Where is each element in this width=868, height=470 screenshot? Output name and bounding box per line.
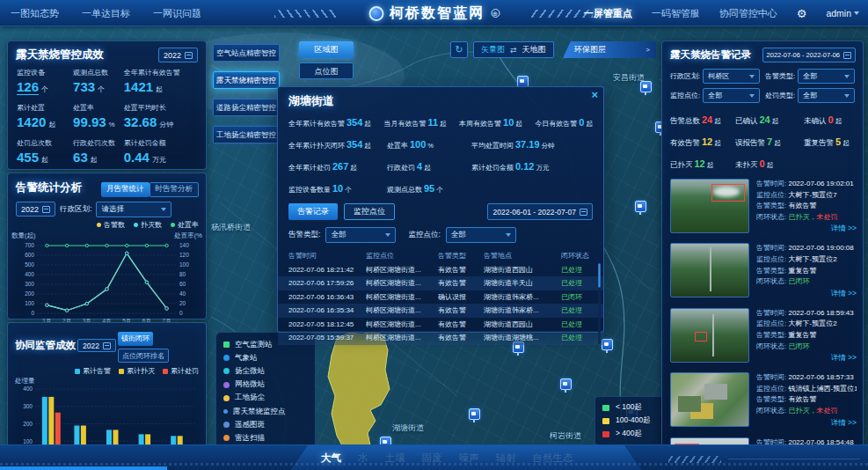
table-row[interactable]: 2022-07-05 18:12:45柯桥区湖塘街道...有效告警湖塘街道西园山… (278, 318, 603, 332)
btn-site-dust-control[interactable]: 工地扬尘精密智控 (213, 126, 280, 143)
header-left-menu: 一图知态势 一单达目标 一网识问题 (11, 0, 201, 26)
legend-item[interactable]: 雷达扫描 (223, 431, 308, 444)
monitor-point-select[interactable]: 全部 (446, 227, 516, 243)
street-detail-popup: × 湖塘街道 全年累计有效告警354起 当月有效告警11起 本周有效告警10起 … (277, 86, 604, 333)
svg-text:400: 400 (25, 271, 34, 277)
series-square-icon (75, 369, 80, 374)
map-street-label: 湖塘街道 (392, 422, 424, 434)
burning-monitor-icon (223, 409, 228, 414)
btn-region-map[interactable]: 区域图 (299, 41, 354, 58)
tab-monthly-alarm[interactable]: 月告警统计 (101, 182, 150, 197)
menu-smart-service[interactable]: 一码智管服 (652, 7, 700, 20)
refresh-icon[interactable]: ↻ (450, 41, 468, 58)
axis-labels: 数量(起) 处置率(% (8, 230, 206, 240)
tab-alarm-records[interactable]: 告警记录 (288, 203, 338, 220)
tab-hourly-alarm[interactable]: 时告警分析 (150, 182, 200, 197)
bar-chart-legend: 累计告警 累计扑灭 累计处罚 (8, 363, 206, 376)
panel-title: 告警统计分析 (16, 180, 82, 195)
legend-item[interactable]: 网格微站 (223, 378, 308, 392)
btn-road-dust-control[interactable]: 道路扬尘精密智控 (213, 99, 280, 116)
camera-pin-icon[interactable] (640, 81, 652, 92)
year-picker[interactable]: 2022 (16, 202, 55, 217)
stat-item: 处置平均时长32.68分钟 (124, 103, 197, 130)
legend-item[interactable]: 扬尘微站 (223, 364, 308, 378)
svg-text:100: 100 (179, 261, 189, 268)
series-dot-icon (171, 223, 175, 227)
close-icon[interactable]: × (591, 88, 598, 101)
alarm-type-select[interactable]: 全部 (325, 227, 396, 243)
gear-icon[interactable]: ⚙ (797, 7, 807, 20)
calendar-icon (103, 342, 111, 349)
popup-stats-row: 全年累计扑灭闭环354起 处置率100% 平均处置时间37.19分钟 (278, 129, 603, 151)
dashboard: 安昌街道 杨汛桥街道 湖塘街道 柯岩街道 空气站点精密智控 露天禁烧精密智控 道… (0, 0, 868, 470)
legend-item[interactable]: 遥感图斑 (223, 418, 308, 431)
table-row[interactable]: 2022-07-06 18:21:42柯桥区湖塘街道...有效告警湖塘街道西园山… (278, 263, 603, 277)
btn-open-burning-control[interactable]: 露天禁烧精密智控 (213, 71, 280, 89)
tab-point-closure-rank[interactable]: 点位闭环排名 (118, 349, 169, 363)
district-select[interactable]: 柯桥区 (703, 69, 760, 84)
year-picker[interactable]: 2022 (158, 48, 198, 62)
weather-station-icon (223, 355, 230, 361)
alarm-card[interactable]: 告警时间: 2022-07-06 19:02:01 监控点位: 大树下-预置位7… (670, 179, 857, 234)
menu-problem-network[interactable]: 一网识问题 (153, 7, 201, 20)
table-row[interactable]: 2022-07-06 16:36:43柯桥区湖塘街道...确认误报湖塘街道韩家桥… (278, 290, 603, 305)
panel-title: 协同监管成效 (15, 339, 76, 352)
table-scrollbar[interactable] (598, 263, 601, 344)
alarm-type-filter-label: 告警类型: (288, 230, 320, 240)
air-monitor-station-icon (223, 341, 230, 348)
btn-point-map[interactable]: 点位图 (299, 62, 354, 79)
table-header: 告警时间监控点位告警类型告警地点闭环状态 (278, 249, 603, 263)
table-row[interactable]: 2022-07-05 15:59:37柯桥区湖塘街道...有效告警湖塘街道湖塘桃… (278, 331, 603, 345)
table-row[interactable]: 2022-07-06 17:59:26柯桥区湖塘街道...有效告警湖塘街道半天山… (278, 276, 603, 290)
menu-control-center[interactable]: 协同管控中心 (719, 7, 777, 20)
menu-target-list[interactable]: 一单达目标 (82, 7, 130, 20)
tab-monitor-points[interactable]: 监控点位 (344, 203, 395, 220)
map-street-label: 柯岩街道 (550, 430, 581, 442)
scrollbar-thumb[interactable] (598, 263, 601, 288)
detail-link[interactable]: 详情 >> (756, 418, 857, 429)
btn-air-station-control[interactable]: 空气站点精密智控 (213, 44, 280, 62)
tianditu-label: 天地图 (522, 44, 546, 55)
env-layers-button[interactable]: 环保图层 > (563, 41, 656, 58)
stat-item: 行政处罚次数63起 (73, 138, 124, 165)
year-picker[interactable]: 2022 (77, 339, 116, 352)
menu-situation-map[interactable]: 一图知态势 (11, 7, 59, 20)
popup-stats-row: 监控设备数量10个 观测点总数95个 (278, 173, 603, 195)
region-filter-label: 行政区划: (60, 204, 91, 215)
penalty-type-select[interactable]: 全部 (798, 88, 855, 103)
legend-item[interactable]: 露天禁烧监控点 (223, 405, 308, 418)
table-row[interactable]: 2022-07-06 16:35:34柯桥区湖塘街道...有效告警湖塘街道韩家桥… (278, 304, 603, 318)
remote-sensing-icon (223, 422, 230, 428)
horizontal-scrollbar-thumb[interactable] (0, 466, 167, 470)
detail-link[interactable]: 详情 >> (756, 353, 857, 364)
map-layer-legend: 空气监测站 气象站 扬尘微站 网格微站 工地扬尘 露天禁烧监控点 遥感图斑 雷达… (215, 332, 316, 450)
alarm-card[interactable]: 告警时间: 2022-07-06 18:59:43 监控点位: 大树下-预置位2… (670, 308, 857, 364)
camera-pin-icon[interactable] (469, 408, 480, 420)
series-dot-icon (134, 223, 138, 227)
menu-screen-focus[interactable]: 一屏管重点 (584, 7, 632, 20)
svg-text:0: 0 (179, 310, 183, 316)
detail-link[interactable]: 详情 >> (756, 289, 857, 299)
detail-link[interactable]: 详情 >> (756, 224, 857, 234)
popup-stats-row: 全年累计有效告警354起 当月有效告警11起 本周有效告警10起 今日有效告警0… (278, 111, 603, 129)
basemap-switch[interactable]: 矢量图 ⇄ 天地图 (473, 41, 554, 58)
stat-item: 观测点总数733个 (73, 68, 124, 95)
alarm-type-select[interactable]: 全部 (798, 69, 855, 84)
series-square-icon (163, 369, 168, 374)
svg-text:100: 100 (23, 438, 33, 444)
date-range-picker[interactable]: 2022-07-06 - 2022-07-06 (762, 48, 856, 62)
alarm-card[interactable]: 告警时间: 2022-07-06 18:57:33 监控点位: 钱清镇上浦西-预… (670, 372, 857, 428)
date-range-picker[interactable]: 2022-06-01 - 2022-07-07 (487, 203, 593, 220)
monitor-point-select[interactable]: 全部 (703, 88, 760, 103)
calendar-icon (843, 52, 851, 59)
app-logo: 柯桥数智蓝网 ⊕ (368, 0, 500, 26)
camera-pin-icon[interactable] (635, 201, 646, 212)
region-select[interactable]: 请选择 (96, 202, 171, 217)
legend-item[interactable]: 气象站 (223, 351, 308, 364)
camera-pin-icon[interactable] (560, 378, 572, 390)
header-decor-stripes (274, 10, 336, 18)
legend-item[interactable]: 工地扬尘 (223, 392, 308, 405)
tab-town-closure[interactable]: 镇街闭环 (118, 332, 153, 346)
alarm-card[interactable]: 告警时间: 2022-07-06 19:00:08 监控点位: 大树下-预置位2… (670, 243, 857, 298)
user-menu[interactable]: admin (826, 8, 859, 18)
